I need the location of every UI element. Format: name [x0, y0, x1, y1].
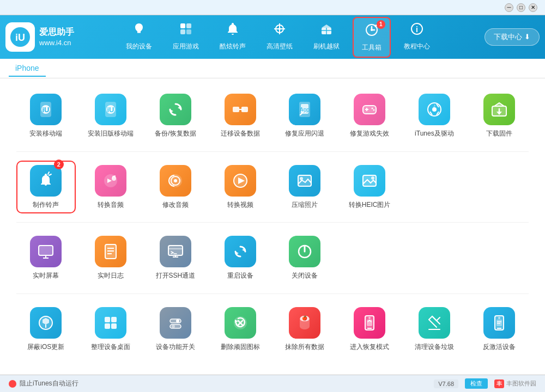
tool-make-ringtone[interactable]: 制作铃声 2 — [16, 161, 76, 214]
erase-all-icon: 🍎 — [289, 307, 320, 339]
svg-rect-88 — [105, 323, 110, 329]
tool-clean-junk[interactable]: 清理设备垃圾 — [405, 303, 464, 356]
bottom-left: 阻止iTunes自动运行 — [9, 379, 78, 388]
enter-recovery-icon — [354, 307, 385, 339]
tool-convert-video[interactable]: 转换视频 — [210, 161, 270, 214]
bottom-bar: 阻止iTunes自动运行 V7.68 检查 丰 丰图软件园 — [0, 375, 545, 392]
tool-enter-recovery[interactable]: 进入恢复模式 — [340, 303, 399, 356]
nav-items: 我的设备 应用游戏 酷炫铃声 — [76, 17, 479, 58]
edit-audio-icon — [160, 165, 191, 197]
svg-point-51 — [112, 176, 116, 181]
tool-device-func-toggle[interactable]: 设备功能开关 — [146, 303, 205, 356]
svg-text:iU: iU — [15, 32, 25, 43]
tool-convert-audio[interactable]: 转换音频 — [81, 161, 141, 214]
nav-ringtones[interactable]: 酷炫铃声 — [212, 17, 253, 58]
tool-install-app[interactable]: iU 安装移动端 — [16, 89, 76, 143]
logo-icon: iU — [5, 22, 35, 52]
tool-organize-desktop[interactable]: 整理设备桌面 — [81, 303, 141, 356]
svg-point-40 — [373, 109, 375, 111]
svg-text:i: i — [416, 25, 418, 34]
svg-rect-87 — [111, 317, 117, 322]
tool-section-4: 屏蔽iOS更新 整理设备桌面 — [16, 303, 529, 365]
sub-header: iPhone — [0, 59, 545, 78]
tool-section-3: 实时屏幕 实时日志 — [16, 231, 529, 294]
nav-app-games[interactable]: 应用游戏 — [165, 17, 207, 58]
realtime-screen-icon — [30, 236, 62, 267]
version-badge: V7.68 — [434, 379, 458, 388]
apple-icon — [131, 21, 147, 40]
svg-text:♪: ♪ — [433, 103, 436, 108]
fix-game-icon — [354, 94, 385, 125]
svg-text:iU: iU — [107, 106, 114, 114]
nav-flash[interactable]: 刷机越狱 — [306, 17, 347, 58]
svg-point-110 — [498, 317, 500, 319]
svg-rect-2 — [180, 23, 185, 28]
nav-tutorials[interactable]: i 教程中心 — [396, 17, 438, 58]
bell-icon — [225, 21, 240, 40]
wallpaper-icon — [272, 21, 287, 40]
watermark: 丰 丰图软件园 — [494, 379, 536, 388]
header: iU 爱思助手 www.i4.cn 我的设备 — [0, 15, 545, 59]
tool-deactivate-device[interactable]: 反激活设备 — [469, 303, 529, 356]
svg-point-92 — [176, 319, 179, 322]
realtime-log-icon — [95, 236, 126, 267]
svg-rect-4 — [180, 29, 185, 34]
tool-convert-heic[interactable]: 转换HEIC图片 — [340, 161, 399, 214]
tool-backup-restore[interactable]: 备份/恢复数据 — [146, 89, 205, 143]
tool-download-firmware[interactable]: 下载固件 — [469, 89, 529, 143]
tool-open-ssh[interactable]: 打开SSH通道 — [146, 231, 205, 285]
app-games-icon — [178, 21, 193, 40]
svg-rect-86 — [105, 317, 110, 322]
open-ssh-icon — [160, 236, 191, 267]
nav-wallpaper[interactable]: 高清壁纸 — [259, 17, 300, 58]
tool-delete-stubborn-icon[interactable]: 删除顽固图标 — [210, 303, 270, 356]
make-ringtone-icon — [30, 165, 62, 197]
block-ios-update-icon — [30, 307, 62, 339]
tool-install-old[interactable]: iU 安装旧版移动端 — [81, 89, 141, 143]
svg-point-60 — [300, 177, 303, 180]
tool-fix-game[interactable]: 修复游戏失效 — [340, 89, 399, 143]
close-button[interactable]: ✕ — [529, 3, 537, 12]
nav-my-device[interactable]: 我的设备 — [118, 17, 160, 58]
tool-itunes-driver[interactable]: ♪ iTunes及驱动 — [405, 89, 464, 143]
logo-text: 爱思助手 www.i4.cn — [39, 26, 74, 48]
minimize-button[interactable]: ─ — [505, 3, 513, 12]
install-old-icon: iU — [95, 94, 126, 125]
maximize-button[interactable]: □ — [517, 3, 525, 12]
check-button[interactable]: 检查 — [465, 378, 488, 389]
tool-compress-photo[interactable]: 压缩照片 — [275, 161, 335, 214]
tool-shutdown-device[interactable]: 关闭设备 — [275, 231, 335, 285]
tool-realtime-screen[interactable]: 实时屏幕 — [16, 231, 76, 285]
download-firmware-icon — [483, 94, 515, 125]
compress-photo-icon — [289, 165, 320, 197]
tool-migrate-data[interactable]: 迁移设备数据 — [210, 89, 270, 143]
svg-point-9 — [278, 28, 281, 30]
nav-toolbox[interactable]: 工具箱 1 — [353, 17, 391, 58]
download-center-button[interactable]: 下载中心 ⬇ — [485, 28, 540, 46]
info-icon: i — [409, 21, 425, 40]
tool-fix-app[interactable]: App 修复应用闪退 — [275, 89, 335, 143]
clean-junk-icon — [419, 307, 450, 339]
svg-text:🍎: 🍎 — [302, 315, 307, 321]
svg-rect-3 — [186, 23, 191, 28]
svg-rect-89 — [111, 323, 117, 329]
header-right: 下载中心 ⬇ — [485, 28, 540, 46]
shutdown-device-icon — [289, 236, 320, 267]
tool-erase-all[interactable]: 🍎 抹除所有数据 — [275, 303, 335, 356]
tool-section-2: 制作铃声 2 转换音频 — [16, 161, 529, 223]
organize-desktop-icon — [95, 307, 126, 339]
svg-point-63 — [371, 176, 374, 180]
tool-reboot-device[interactable]: 重启设备 — [210, 231, 270, 285]
ringtone-badge: 2 — [54, 160, 64, 169]
tool-edit-audio[interactable]: 修改音频 — [146, 161, 205, 214]
convert-audio-icon — [95, 165, 126, 197]
device-tab-iphone[interactable]: iPhone — [9, 60, 46, 77]
deactivate-device-icon — [483, 307, 515, 339]
delete-stubborn-icon-icon — [225, 307, 256, 339]
convert-video-icon — [225, 165, 256, 197]
backup-restore-icon — [160, 94, 191, 125]
tool-realtime-log[interactable]: 实时日志 — [81, 231, 141, 285]
svg-point-54 — [174, 179, 177, 182]
svg-rect-28 — [233, 107, 239, 112]
tool-block-ios-update[interactable]: 屏蔽iOS更新 — [16, 303, 76, 356]
